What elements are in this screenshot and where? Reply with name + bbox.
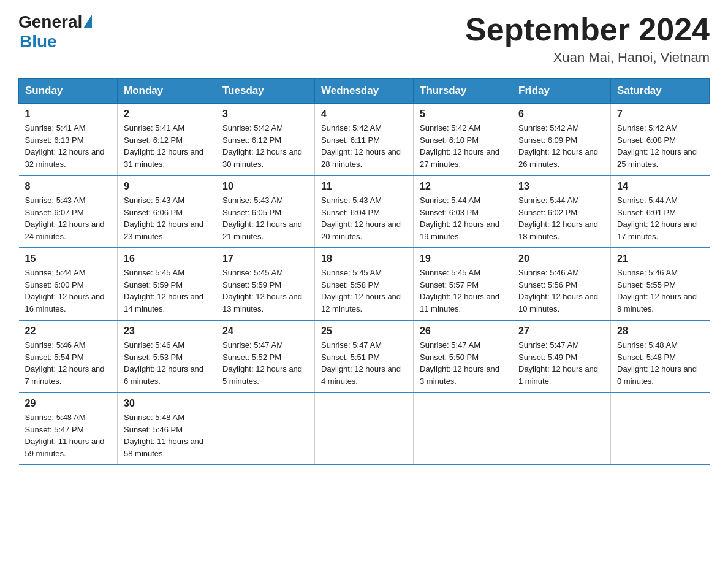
day-number: 26: [420, 326, 506, 337]
day-info: Sunrise: 5:42 AMSunset: 6:10 PMDaylight:…: [420, 122, 506, 170]
day-info: Sunrise: 5:46 AMSunset: 5:55 PMDaylight:…: [617, 267, 703, 315]
day-info: Sunrise: 5:41 AMSunset: 6:12 PMDaylight:…: [124, 122, 210, 170]
day-number: 10: [222, 181, 308, 192]
day-info: Sunrise: 5:41 AMSunset: 6:13 PMDaylight:…: [25, 122, 112, 170]
calendar-week-row: 22Sunrise: 5:46 AMSunset: 5:54 PMDayligh…: [19, 320, 710, 393]
day-info: Sunrise: 5:42 AMSunset: 6:11 PMDaylight:…: [321, 122, 407, 170]
day-info: Sunrise: 5:44 AMSunset: 6:03 PMDaylight:…: [420, 194, 506, 242]
calendar-week-row: 1Sunrise: 5:41 AMSunset: 6:13 PMDaylight…: [19, 104, 710, 176]
calendar-cell: 6Sunrise: 5:42 AMSunset: 6:09 PMDaylight…: [512, 104, 611, 176]
calendar-cell: 9Sunrise: 5:43 AMSunset: 6:06 PMDaylight…: [118, 175, 216, 248]
day-info: Sunrise: 5:47 AMSunset: 5:49 PMDaylight:…: [518, 339, 604, 387]
day-info: Sunrise: 5:48 AMSunset: 5:46 PMDaylight:…: [124, 412, 210, 459]
page-header: General Blue September 2024 Xuan Mai, Ha…: [18, 12, 710, 66]
day-number: 17: [222, 253, 308, 264]
calendar-cell: 16Sunrise: 5:45 AMSunset: 5:59 PMDayligh…: [118, 248, 216, 320]
calendar-cell: 11Sunrise: 5:43 AMSunset: 6:04 PMDayligh…: [315, 175, 414, 248]
day-info: Sunrise: 5:46 AMSunset: 5:54 PMDaylight:…: [25, 339, 112, 387]
day-info: Sunrise: 5:43 AMSunset: 6:06 PMDaylight:…: [124, 194, 210, 242]
header-day-monday: Monday: [118, 79, 216, 104]
calendar-cell: 22Sunrise: 5:46 AMSunset: 5:54 PMDayligh…: [19, 320, 118, 393]
calendar-cell: 12Sunrise: 5:44 AMSunset: 6:03 PMDayligh…: [414, 175, 512, 248]
header-day-tuesday: Tuesday: [216, 79, 315, 104]
calendar-cell: 3Sunrise: 5:42 AMSunset: 6:12 PMDaylight…: [216, 104, 315, 176]
day-number: 9: [124, 181, 210, 192]
title-block: September 2024 Xuan Mai, Hanoi, Vietnam: [465, 12, 710, 66]
calendar-cell: 18Sunrise: 5:45 AMSunset: 5:58 PMDayligh…: [315, 248, 414, 320]
day-number: 22: [25, 326, 112, 337]
calendar-cell: 27Sunrise: 5:47 AMSunset: 5:49 PMDayligh…: [512, 320, 611, 393]
calendar-cell: [216, 393, 315, 465]
calendar-cell: 20Sunrise: 5:46 AMSunset: 5:56 PMDayligh…: [512, 248, 611, 320]
day-info: Sunrise: 5:44 AMSunset: 6:02 PMDaylight:…: [518, 194, 604, 242]
header-day-saturday: Saturday: [611, 79, 710, 104]
calendar-week-row: 8Sunrise: 5:43 AMSunset: 6:07 PMDaylight…: [19, 175, 710, 248]
calendar-cell: 19Sunrise: 5:45 AMSunset: 5:57 PMDayligh…: [414, 248, 512, 320]
day-number: 2: [124, 109, 210, 120]
calendar-table: SundayMondayTuesdayWednesdayThursdayFrid…: [18, 78, 710, 465]
day-number: 5: [420, 109, 506, 120]
calendar-cell: 15Sunrise: 5:44 AMSunset: 6:00 PMDayligh…: [19, 248, 118, 320]
calendar-cell: 1Sunrise: 5:41 AMSunset: 6:13 PMDaylight…: [19, 104, 118, 176]
day-info: Sunrise: 5:43 AMSunset: 6:05 PMDaylight:…: [222, 194, 308, 242]
header-day-sunday: Sunday: [19, 79, 118, 104]
calendar-cell: 25Sunrise: 5:47 AMSunset: 5:51 PMDayligh…: [315, 320, 414, 393]
calendar-week-row: 15Sunrise: 5:44 AMSunset: 6:00 PMDayligh…: [19, 248, 710, 320]
day-number: 3: [222, 109, 308, 120]
day-info: Sunrise: 5:47 AMSunset: 5:52 PMDaylight:…: [222, 339, 308, 387]
calendar-cell: 8Sunrise: 5:43 AMSunset: 6:07 PMDaylight…: [19, 175, 118, 248]
calendar-cell: 28Sunrise: 5:48 AMSunset: 5:48 PMDayligh…: [611, 320, 710, 393]
day-number: 16: [124, 253, 210, 264]
day-number: 24: [222, 326, 308, 337]
calendar-cell: [611, 393, 710, 465]
day-info: Sunrise: 5:46 AMSunset: 5:53 PMDaylight:…: [124, 339, 210, 387]
calendar-cell: [315, 393, 414, 465]
calendar-cell: 14Sunrise: 5:44 AMSunset: 6:01 PMDayligh…: [611, 175, 710, 248]
day-info: Sunrise: 5:47 AMSunset: 5:51 PMDaylight:…: [321, 339, 407, 387]
month-year-title: September 2024: [465, 12, 710, 47]
day-number: 13: [518, 181, 604, 192]
day-info: Sunrise: 5:42 AMSunset: 6:08 PMDaylight:…: [617, 122, 703, 170]
day-info: Sunrise: 5:45 AMSunset: 5:59 PMDaylight:…: [124, 267, 210, 315]
day-info: Sunrise: 5:44 AMSunset: 6:01 PMDaylight:…: [617, 194, 703, 242]
calendar-cell: 7Sunrise: 5:42 AMSunset: 6:08 PMDaylight…: [611, 104, 710, 176]
header-day-thursday: Thursday: [414, 79, 512, 104]
day-info: Sunrise: 5:42 AMSunset: 6:09 PMDaylight:…: [518, 122, 604, 170]
calendar-header-row: SundayMondayTuesdayWednesdayThursdayFrid…: [19, 79, 710, 104]
day-info: Sunrise: 5:43 AMSunset: 6:07 PMDaylight:…: [25, 194, 112, 242]
day-info: Sunrise: 5:48 AMSunset: 5:48 PMDaylight:…: [617, 339, 703, 387]
logo-triangle-icon: [83, 15, 92, 28]
day-number: 20: [518, 253, 604, 264]
header-day-friday: Friday: [512, 79, 611, 104]
calendar-cell: 23Sunrise: 5:46 AMSunset: 5:53 PMDayligh…: [118, 320, 216, 393]
day-number: 23: [124, 326, 210, 337]
day-number: 29: [25, 398, 112, 409]
calendar-cell: [512, 393, 611, 465]
logo: General Blue: [18, 12, 92, 52]
day-info: Sunrise: 5:45 AMSunset: 5:58 PMDaylight:…: [321, 267, 407, 315]
calendar-cell: 21Sunrise: 5:46 AMSunset: 5:55 PMDayligh…: [611, 248, 710, 320]
day-number: 15: [25, 253, 112, 264]
location-subtitle: Xuan Mai, Hanoi, Vietnam: [465, 50, 710, 66]
logo-general-text: General: [18, 12, 82, 32]
day-number: 28: [617, 326, 703, 337]
calendar-cell: 29Sunrise: 5:48 AMSunset: 5:47 PMDayligh…: [19, 393, 118, 465]
day-info: Sunrise: 5:46 AMSunset: 5:56 PMDaylight:…: [518, 267, 604, 315]
calendar-cell: 2Sunrise: 5:41 AMSunset: 6:12 PMDaylight…: [118, 104, 216, 176]
day-number: 18: [321, 253, 407, 264]
calendar-cell: [414, 393, 512, 465]
day-info: Sunrise: 5:48 AMSunset: 5:47 PMDaylight:…: [25, 412, 112, 459]
day-number: 30: [124, 398, 210, 409]
day-number: 27: [518, 326, 604, 337]
day-number: 1: [25, 109, 112, 120]
day-number: 8: [25, 181, 112, 192]
day-info: Sunrise: 5:45 AMSunset: 5:59 PMDaylight:…: [222, 267, 308, 315]
day-info: Sunrise: 5:43 AMSunset: 6:04 PMDaylight:…: [321, 194, 407, 242]
logo-blue-text: Blue: [20, 32, 57, 52]
day-number: 19: [420, 253, 506, 264]
day-number: 11: [321, 181, 407, 192]
day-number: 14: [617, 181, 703, 192]
day-number: 25: [321, 326, 407, 337]
calendar-cell: 4Sunrise: 5:42 AMSunset: 6:11 PMDaylight…: [315, 104, 414, 176]
calendar-cell: 26Sunrise: 5:47 AMSunset: 5:50 PMDayligh…: [414, 320, 512, 393]
